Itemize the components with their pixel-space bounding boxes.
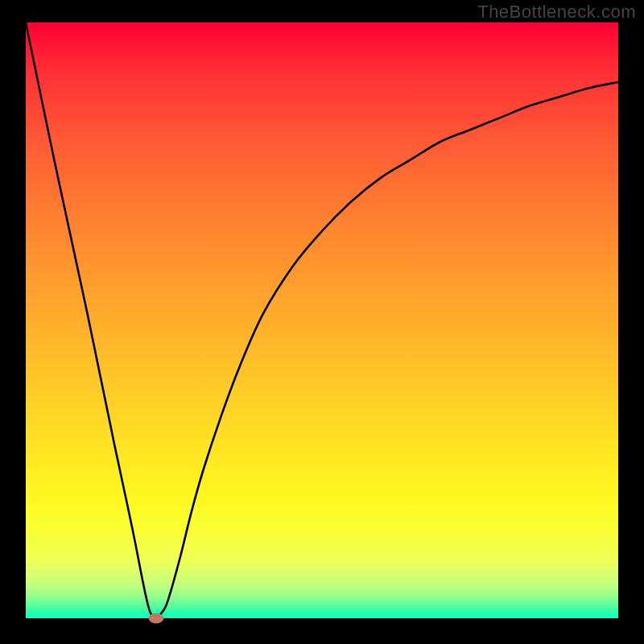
curve-path (26, 23, 618, 618)
chart-frame: TheBottleneck.com (0, 0, 644, 644)
watermark-text: TheBottleneck.com (477, 2, 636, 23)
bottleneck-curve (26, 23, 618, 618)
optimal-point-marker (148, 613, 163, 624)
plot-area (26, 23, 618, 618)
